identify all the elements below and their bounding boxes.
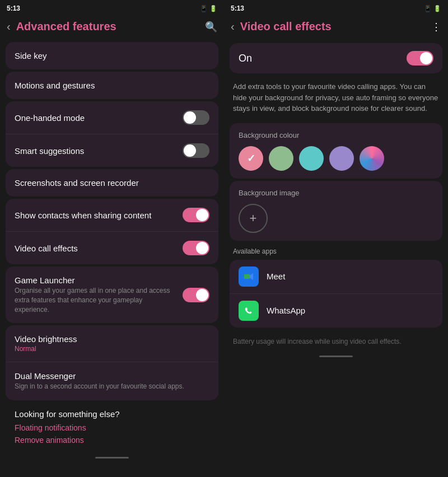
left-scroll-indicator [95,457,129,459]
side-key-item[interactable]: Side key [6,42,218,69]
left-content: Side key Motions and gestures One-handed… [0,38,224,477]
add-background-image-button[interactable]: + [239,204,268,233]
video-brightness-subtitle: Normal [15,345,209,353]
right-time: 5:13 [231,4,244,12]
right-top-bar: ‹ Video call effects ⋮ [224,16,448,38]
colour-pink[interactable] [239,146,263,171]
one-handed-title: One-handed mode [15,113,183,123]
left-page-title: Advanced features [16,20,205,33]
right-panel: 5:13 📱🔋 ‹ Video call effects ⋮ On Add ex… [224,0,448,477]
on-toggle-row: On [230,43,442,73]
motions-title: Motions and gestures [15,81,209,90]
contacts-videocall-card: Show contacts when sharing content Video… [6,199,218,264]
on-toggle[interactable] [407,51,433,66]
video-brightness-item[interactable]: Video brightness Normal [6,325,218,362]
footer-title: Looking for something else? [15,409,209,419]
meet-app-icon [239,266,259,287]
right-more-button[interactable]: ⋮ [431,21,441,33]
video-call-effects-title: Video call effects [15,244,183,253]
game-launcher-title: Game Launcher [15,275,177,285]
background-colour-label: Background colour [239,131,433,139]
motions-card: Motions and gestures [6,72,218,99]
battery-note: Battery usage will increase while using … [224,330,448,353]
screenshots-card: Screenshots and screen recorder [6,169,218,197]
left-back-button[interactable]: ‹ [7,20,11,33]
right-page-title: Video call effects [240,20,431,33]
smart-suggestions-title: Smart suggestions [15,146,183,156]
screenshots-title: Screenshots and screen recorder [15,178,209,188]
video-call-effects-item[interactable]: Video call effects [6,232,218,264]
meet-app-item[interactable]: Meet [230,260,442,294]
game-launcher-card: Game Launcher Organise all your games al… [6,266,218,323]
dual-messenger-item[interactable]: Dual Messenger Sign in to a second accou… [6,362,218,400]
colour-gradient[interactable] [360,146,384,171]
on-label: On [239,53,252,64]
right-status-bar: 5:13 📱🔋 [224,0,448,16]
video-brightness-dual-card: Video brightness Normal Dual Messenger S… [6,325,218,400]
left-time: 5:13 [7,4,20,12]
screenshots-item[interactable]: Screenshots and screen recorder [6,169,218,197]
show-contacts-toggle[interactable] [183,208,209,222]
colour-teal[interactable] [299,146,324,171]
left-search-button[interactable]: 🔍 [205,21,217,33]
left-panel: 5:13 📱🔋 ‹ Advanced features 🔍 Side key M… [0,0,224,477]
right-content: On Add extra tools to your favourite vid… [224,38,448,477]
whatsapp-icon-svg [242,304,255,317]
smart-suggestions-toggle[interactable] [183,143,209,158]
colour-purple[interactable] [329,146,354,171]
dual-messenger-desc: Sign in to a second account in your favo… [15,382,209,391]
footer-section: Looking for something else? Floating not… [6,403,218,455]
right-scroll-indicator [319,356,353,357]
colour-options [239,146,433,171]
svg-rect-1 [244,274,250,279]
show-contacts-title: Show contacts when sharing content [15,211,183,220]
whatsapp-app-item[interactable]: WhatsApp [230,294,442,328]
game-launcher-item[interactable]: Game Launcher Organise all your games al… [6,266,218,323]
side-key-card: Side key [6,42,218,69]
video-call-description: Add extra tools to your favourite video … [224,77,448,121]
whatsapp-app-name: WhatsApp [267,306,305,315]
floating-notifications-link[interactable]: Floating notifications [15,423,209,432]
background-colour-card: Background colour [230,123,442,179]
meet-app-name: Meet [267,272,285,281]
add-icon: + [250,211,257,226]
side-key-title: Side key [15,51,209,60]
svg-point-3 [242,304,255,317]
game-launcher-desc: Organise all your games all in one place… [15,286,177,314]
motions-item[interactable]: Motions and gestures [6,72,218,99]
left-status-bar: 5:13 📱🔋 [0,0,224,16]
meet-icon-svg [242,270,255,283]
dual-messenger-title: Dual Messenger [15,371,209,381]
background-image-card: Background image + [230,181,442,241]
video-brightness-title: Video brightness [15,334,209,344]
right-status-icons: 📱🔋 [424,5,441,12]
show-contacts-item[interactable]: Show contacts when sharing content [6,199,218,232]
remove-animations-link[interactable]: Remove animations [15,436,209,445]
background-image-label: Background image [239,189,433,197]
left-top-bar: ‹ Advanced features 🔍 [0,16,224,38]
right-back-button[interactable]: ‹ [231,20,235,33]
available-apps-card: Meet WhatsApp [230,260,442,328]
one-handed-item[interactable]: One-handed mode [6,101,218,134]
colour-green[interactable] [269,146,293,171]
one-handed-toggle[interactable] [183,110,209,125]
whatsapp-app-icon [239,301,259,321]
smart-suggestions-item[interactable]: Smart suggestions [6,134,218,167]
available-apps-label: Available apps [224,243,448,258]
left-status-icons: 📱🔋 [200,5,217,12]
game-launcher-toggle[interactable] [183,288,209,302]
one-handed-smart-card: One-handed mode Smart suggestions [6,101,218,167]
video-call-effects-toggle[interactable] [183,241,209,255]
